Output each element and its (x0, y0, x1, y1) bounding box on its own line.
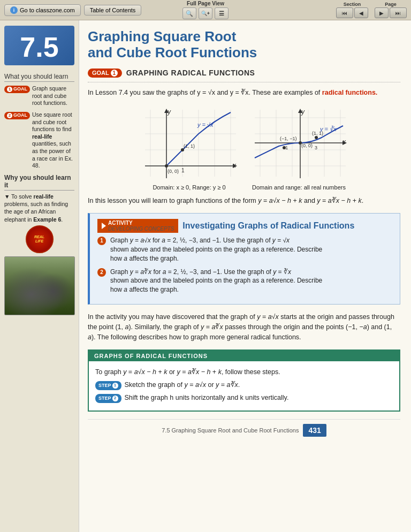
activity-developing-text: Developing Concepts (108, 226, 174, 232)
graph2-svg: y = ∛x y x −1 3 (−1, −1) (0, 0) (249, 104, 348, 182)
svg-text:(−1, −1): (−1, −1) (280, 136, 297, 141)
toc-label: Table of Contents (90, 7, 136, 13)
zoom-in-button[interactable]: 🔍+ (199, 7, 212, 19)
goal-header-badge: GOAL 1 (88, 69, 122, 78)
svg-text:1: 1 (181, 168, 185, 173)
graph1-svg: y x 1 y = √x (0, 0) (1, 1) (140, 104, 239, 182)
svg-point-41 (315, 136, 318, 139)
what-title: What you should learn (4, 73, 74, 82)
activity-header: ACTIVITY Developing Concepts Investigati… (97, 219, 392, 233)
elephant-image (4, 256, 75, 315)
graphs-box-intro: To graph y = a√x − h + k or y = a∛x − h … (95, 367, 393, 377)
svg-text:y = √x: y = √x (197, 121, 214, 128)
sidebar-goal1: 1 GOAL Graph square root and cube root f… (4, 85, 74, 107)
info-icon: i (10, 6, 18, 14)
real-life-text: REALLIFE (34, 235, 44, 243)
footer-text: 7.5 Graphing Square Root and Cube Root F… (162, 427, 299, 434)
goal1-text: Graph square root and cube root function… (32, 85, 74, 107)
activity-num2: 2 (97, 268, 106, 277)
why-title: Why you should learn it (4, 174, 74, 191)
activity-badge: ACTIVITY Developing Concepts (97, 219, 178, 233)
graph1-caption: Domain: x ≥ 0, Range: y ≥ 0 (153, 184, 225, 191)
svg-point-16 (165, 164, 168, 168)
svg-point-40 (283, 146, 286, 149)
svg-text:(0, 0): (0, 0) (301, 143, 313, 148)
title-line1: Graphing Square Root (88, 28, 236, 44)
section-label: Section (344, 2, 361, 7)
page-nav-group: Page ▶ ⏭ (375, 2, 407, 18)
sidebar: 7.5 What you should learn 1 GOAL Graph s… (0, 20, 79, 532)
intro-text: In Lesson 7.4 you saw the graphs of y = … (88, 88, 400, 98)
svg-text:(1, 1): (1, 1) (184, 143, 195, 149)
content-area: Graphing Square Root and Cube Root Funct… (79, 20, 411, 532)
page-label: Page (385, 2, 397, 7)
goto-label: Go to classzone.com (20, 7, 75, 13)
toolbar-right: Section ⏮ ◀ Page ▶ ⏭ (336, 2, 407, 18)
section-nav-buttons: ⏮ ◀ (336, 7, 368, 18)
activity-num1: 1 (97, 237, 106, 245)
page-title: Graphing Square Root and Cube Root Funct… (88, 29, 400, 61)
page-view-button[interactable]: ☰ (215, 7, 229, 19)
goto-classzone-button[interactable]: i Go to classzone.com (4, 4, 81, 16)
next-section-button[interactable]: ⏭ (390, 7, 407, 18)
goal-divider (88, 82, 400, 82)
center-icons: 🔍 🔍+ ☰ (182, 7, 229, 19)
real-life-badge: REALLIFE (26, 225, 54, 253)
zoom-out-button[interactable]: 🔍 (182, 7, 196, 19)
step1-text: Sketch the graph of y = a√x or y = a∛x. (125, 379, 240, 390)
step1-badge: STEP 1 (95, 381, 121, 390)
radical-functions-box: GRAPHS OF RADICAL FUNCTIONS To graph y =… (88, 349, 400, 412)
activity-item2-text: Graph y = a∛x for a = 2, ½, −3, and −1. … (110, 268, 392, 294)
goal1-badge: 1 GOAL (4, 86, 30, 93)
intro-highlight: radical functions. (322, 89, 378, 96)
goal2-badge: 2 GOAL (4, 112, 30, 119)
graph1-container: y x 1 y = √x (0, 0) (1, 1) (140, 104, 239, 191)
step2-badge: STEP 2 (95, 394, 121, 402)
activity-badge-text: ACTIVITY (108, 220, 174, 226)
goal2-text: Use square root and cube root functions … (32, 111, 74, 170)
activity-item2: 2 Graph y = a∛x for a = 2, ½, −3, and −1… (97, 268, 392, 294)
sidebar-goal2: 2 GOAL Use square root and cube root fun… (4, 111, 74, 170)
goal1-header: GOAL 1 Graphing Radical Functions (88, 69, 400, 78)
step2-num: 2 (112, 396, 118, 401)
goal-num: 1 (111, 70, 118, 77)
goal1-section-title: Graphing Radical Functions (126, 69, 255, 77)
prev-section-button[interactable]: ⏮ (336, 7, 353, 18)
discovery-text: In the activity you may have discovered … (88, 312, 400, 342)
activity-box: ACTIVITY Developing Concepts Investigati… (88, 213, 400, 305)
goal-label: GOAL (92, 70, 109, 76)
lesson-number: 7.5 (4, 26, 74, 65)
toolbar: i Go to classzone.com Table of Contents … (0, 0, 411, 20)
graphs-row: y x 1 y = √x (0, 0) (1, 1) (88, 104, 400, 191)
what-word: What (4, 73, 19, 80)
svg-text:(1, 1): (1, 1) (312, 131, 323, 136)
elephant-image-inner (5, 257, 74, 315)
prev-page-button[interactable]: ◀ (354, 7, 368, 18)
svg-text:(0, 0): (0, 0) (168, 169, 179, 174)
title-line2: and Cube Root Functions (88, 44, 257, 60)
graph2-caption: Domain and range: all real numbers (252, 184, 346, 191)
page-number: 431 (303, 424, 326, 437)
activity-arrow-icon (102, 223, 106, 229)
svg-text:3: 3 (315, 145, 317, 150)
graph2-container: y = ∛x y x −1 3 (−1, −1) (0, 0) (249, 104, 348, 191)
toc-button[interactable]: Table of Contents (84, 5, 142, 16)
step1-label: STEP (98, 382, 111, 389)
step2-row: STEP 2 Shift the graph h units horizonta… (95, 392, 393, 403)
step2-label: STEP (98, 394, 111, 402)
what-subtitle: you should learn (19, 73, 68, 80)
graphs-box-content: To graph y = a√x − h + k or y = a∛x − h … (89, 361, 399, 411)
next-page-button[interactable]: ▶ (375, 7, 389, 18)
activity-title: Investigating Graphs of Radical Function… (182, 221, 354, 231)
why-word: Why (4, 174, 18, 181)
section-nav-group: Section ⏮ ◀ (336, 2, 368, 18)
between-text: In this lesson you will learn to graph f… (88, 196, 400, 206)
activity-item1-text: Graph y = a√x for a = 2, ½, −3, and −1. … (110, 236, 392, 263)
intro-text-main: In Lesson 7.4 you saw the graphs of y = … (88, 89, 320, 96)
page-nav-buttons: ▶ ⏭ (375, 7, 407, 18)
toolbar-center: Full Page View 🔍 🔍+ ☰ (182, 1, 229, 19)
activity-item1: 1 Graph y = a√x for a = 2, ½, −3, and −1… (97, 236, 392, 263)
step1-num: 1 (112, 383, 118, 389)
page-footer: 7.5 Graphing Square Root and Cube Root F… (88, 419, 400, 439)
step2-text: Shift the graph h units horizontally and… (125, 392, 289, 403)
